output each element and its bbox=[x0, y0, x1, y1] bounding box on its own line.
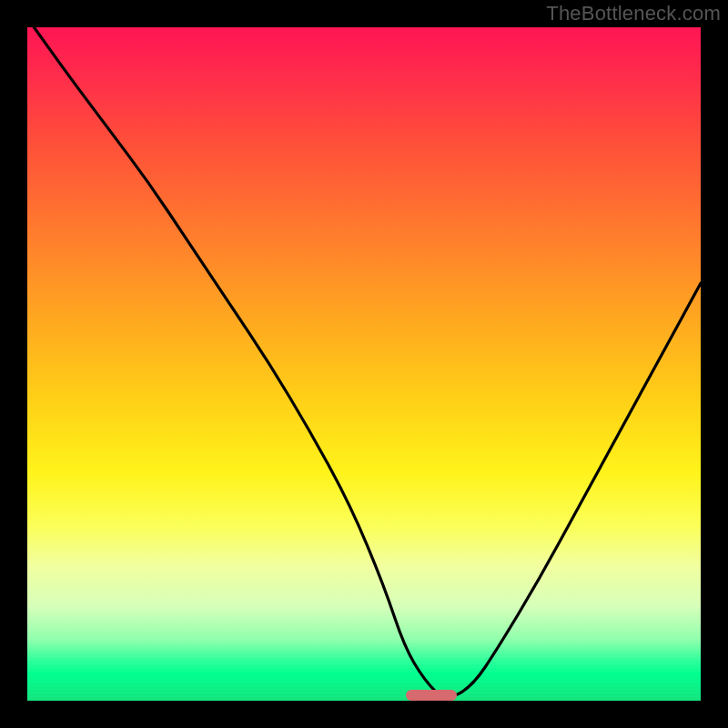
optimal-marker bbox=[406, 690, 457, 701]
plot-area bbox=[27, 27, 701, 701]
bottleneck-curve-path bbox=[34, 27, 701, 697]
curve-svg bbox=[27, 27, 701, 701]
watermark-text: TheBottleneck.com bbox=[546, 2, 721, 25]
chart-frame: TheBottleneck.com bbox=[0, 0, 728, 728]
